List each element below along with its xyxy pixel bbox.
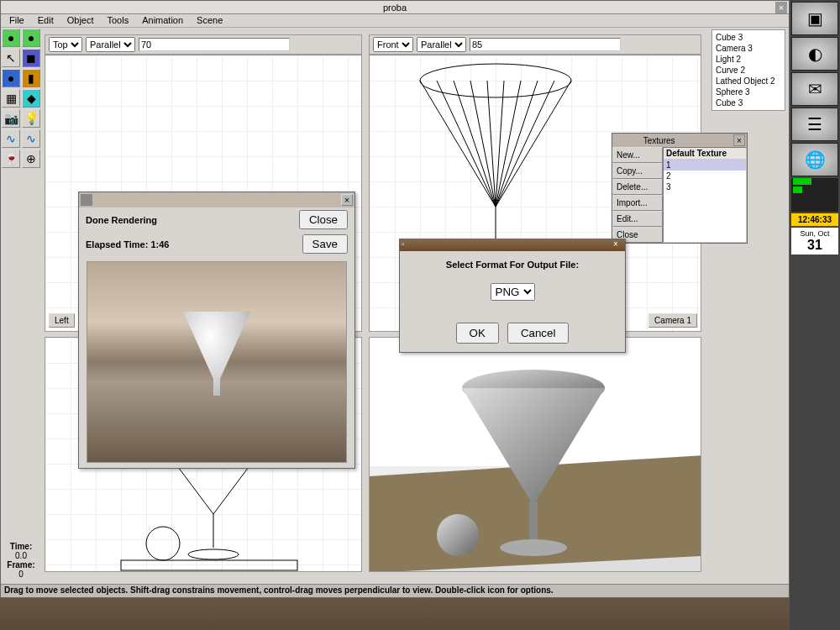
desktop-panel: ▣ ◐ ✉ ☰ 🌐 12:46:33 Sun, Oct 31 (790, 0, 840, 630)
curve-tool-icon[interactable]: ∿ (2, 129, 20, 148)
textures-titlebar[interactable]: Textures × (612, 134, 747, 147)
svg-line-12 (496, 81, 554, 207)
texture-item[interactable]: 2 (664, 171, 746, 181)
close-icon[interactable]: × (341, 194, 353, 206)
scene-item[interactable]: Sphere 3 (714, 87, 783, 97)
viewport-toolbar-right: Front Parallel (369, 34, 701, 55)
delete-button[interactable]: Delete... (612, 179, 663, 195)
svg-line-5 (437, 81, 496, 207)
close-icon[interactable]: × (733, 134, 745, 146)
format-dialog: ▫ × Select Format For Output File: PNG O… (399, 239, 626, 353)
proj-select-left[interactable]: Parallel (86, 37, 135, 52)
svg-line-2 (496, 81, 571, 207)
viewport-bottom-right[interactable] (369, 337, 701, 572)
menu-tools[interactable]: Tools (101, 14, 136, 27)
ball-tool-icon[interactable]: ● (2, 69, 20, 87)
mesh-tool-icon[interactable]: ▦ (2, 89, 20, 108)
sphere-tool-icon[interactable]: ● (2, 29, 20, 47)
save-button[interactable]: Save (302, 234, 348, 254)
scene-item[interactable]: Cube 3 (714, 97, 783, 108)
time-info: Time: 0.0 Frame: 0 (3, 542, 39, 579)
scene-item[interactable]: Cube 3 (714, 32, 783, 43)
svg-rect-19 (121, 560, 297, 570)
sysmenu-icon[interactable] (81, 194, 92, 206)
zoom-input-right[interactable] (470, 38, 621, 51)
menu-scene[interactable]: Scene (190, 14, 229, 27)
import-button[interactable]: Import... (612, 195, 663, 211)
window-titlebar[interactable]: proba × (1, 1, 789, 14)
shaded-render-icon (370, 338, 701, 572)
format-select[interactable]: PNG (491, 283, 535, 301)
menubar: File Edit Object Tools Animation Scene (1, 14, 789, 28)
svg-line-1 (420, 81, 496, 207)
viewport-toolbar-left: Top Parallel (45, 34, 362, 55)
svg-point-18 (146, 527, 180, 560)
misc-tool-icon[interactable]: ⊕ (22, 150, 40, 168)
light-tool-icon[interactable]: 💡 (22, 109, 40, 128)
scene-item[interactable]: Curve 2 (714, 65, 783, 76)
view-select-right[interactable]: Front (373, 37, 413, 52)
svg-point-17 (188, 549, 239, 559)
render-preview (87, 261, 347, 463)
svg-rect-22 (529, 501, 538, 543)
textures-list-header: Default Texture (664, 148, 746, 160)
scene-object-list[interactable]: Cube 3 Camera 3 Light 2 Curve 2 Lathed O… (711, 29, 785, 111)
window-title: proba (383, 3, 407, 13)
system-meters (791, 178, 838, 212)
proj-select-right[interactable]: Parallel (417, 37, 466, 52)
sysmenu-icon[interactable]: ▫ (402, 239, 412, 249)
yin-yang-icon[interactable]: ◐ (791, 37, 838, 71)
curve2-tool-icon[interactable]: ∿ (22, 129, 40, 148)
format-prompt: Select Format For Output File: (408, 260, 617, 270)
render-elapsed: Elapsed Time: 1:46 (86, 239, 169, 249)
clock: 12:46:33 (791, 213, 838, 226)
terminal-icon[interactable]: ▣ (791, 2, 838, 35)
textures-dialog: Textures × New... Copy... Delete... Impo… (612, 133, 748, 244)
close-icon[interactable]: × (613, 239, 623, 249)
mail-icon[interactable]: ✉ (791, 72, 838, 106)
render-dialog-titlebar[interactable]: × (79, 192, 354, 207)
scene-item[interactable]: Camera 3 (714, 43, 783, 54)
svg-point-24 (437, 514, 479, 556)
arrow-tool-icon[interactable]: ↖ (2, 49, 20, 67)
view-label-left[interactable]: Left (49, 313, 75, 328)
render-dialog: × Done Rendering Close Elapsed Time: 1:4… (78, 192, 355, 469)
globe-icon[interactable]: 🌐 (791, 143, 838, 176)
format-dialog-titlebar[interactable]: ▫ × (400, 239, 625, 251)
gnu-icon[interactable]: ☰ (791, 108, 838, 141)
poly-tool-icon[interactable]: ◆ (22, 89, 40, 108)
statusbar: Drag to move selected objects. Shift-dra… (1, 584, 789, 597)
lathe-tool-icon[interactable]: 🍷 (2, 150, 20, 168)
calendar-date: Sun, Oct 31 (791, 228, 838, 255)
copy-button[interactable]: Copy... (612, 163, 663, 179)
view-label-camera[interactable]: Camera 1 (648, 313, 697, 328)
camera-tool-icon[interactable]: 📷 (2, 109, 20, 128)
textures-title: Textures (643, 136, 675, 145)
new-button[interactable]: New... (612, 147, 663, 163)
close-icon[interactable]: × (775, 2, 787, 13)
sphere2-tool-icon[interactable]: ● (22, 29, 40, 47)
texture-item[interactable]: 3 (664, 181, 746, 192)
zoom-input-left[interactable] (139, 38, 290, 51)
scene-item[interactable]: Lathed Object 2 (714, 76, 783, 87)
menu-animation[interactable]: Animation (135, 14, 190, 27)
menu-edit[interactable]: Edit (31, 14, 60, 27)
menu-object[interactable]: Object (60, 14, 101, 27)
cube-tool-icon[interactable]: ◼ (22, 49, 40, 67)
tool-palette: ● ● ↖ ◼ ● ▮ ▦ ◆ 📷 💡 ∿ ∿ 🍷 ⊕ (1, 28, 41, 169)
cylinder-tool-icon[interactable]: ▮ (22, 69, 40, 87)
texture-item[interactable]: 1 (664, 160, 746, 171)
scene-item[interactable]: Light 2 (714, 54, 783, 65)
svg-point-23 (500, 539, 567, 556)
render-status: Done Rendering (86, 215, 157, 225)
edit-button[interactable]: Edit... (612, 211, 663, 227)
textures-list[interactable]: Default Texture 1 2 3 (663, 147, 747, 243)
cancel-button[interactable]: Cancel (507, 323, 570, 344)
ok-button[interactable]: OK (456, 323, 499, 344)
view-select-left[interactable]: Top (49, 37, 82, 52)
menu-file[interactable]: File (3, 14, 31, 27)
close-button[interactable]: Close (299, 210, 348, 229)
